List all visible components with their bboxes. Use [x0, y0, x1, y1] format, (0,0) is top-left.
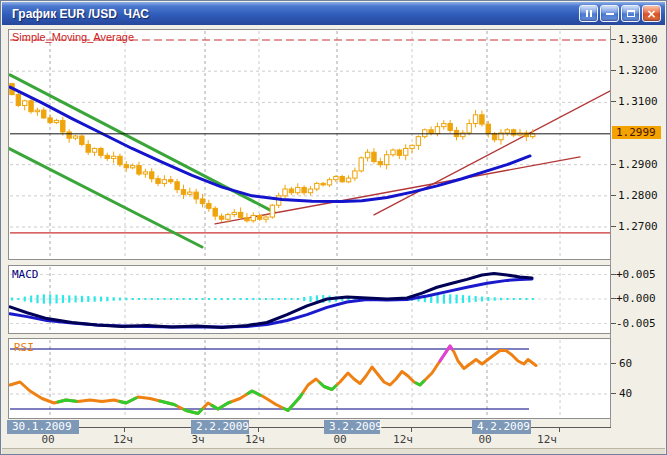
rsi-line-green-segment	[120, 398, 136, 403]
candle-body	[448, 124, 452, 131]
candle-body	[442, 124, 446, 127]
macd-indicator-label: MACD	[12, 268, 39, 281]
candle-body	[99, 148, 103, 155]
rsi-canvas	[9, 339, 610, 418]
price-axis-label: 1.3300	[618, 33, 658, 46]
candle-body	[207, 204, 211, 209]
candle-body	[80, 136, 84, 144]
time-label: 12ч	[537, 433, 557, 446]
time-axis-tick	[124, 427, 125, 432]
candle-body	[404, 148, 408, 155]
macd-histogram-bar	[113, 297, 115, 300]
current-price-badge: 1.2999	[612, 126, 661, 139]
candle-body	[308, 189, 312, 193]
macd-histogram-bar	[278, 298, 280, 300]
candle-body	[416, 137, 420, 146]
pause-button[interactable]	[579, 5, 598, 22]
macd-histogram-bar	[119, 298, 121, 301]
macd-canvas	[9, 266, 610, 333]
window-bottom-frame	[2, 448, 665, 455]
rsi-panel[interactable]	[8, 338, 611, 419]
price-axis-label: 1.2900	[618, 158, 658, 171]
candle-body	[327, 180, 331, 185]
macd-histogram-bar	[49, 294, 51, 303]
macd-histogram-bar	[36, 295, 38, 303]
candle-body	[289, 189, 293, 193]
macd-histogram-bar	[87, 296, 89, 302]
close-button[interactable]: ×	[642, 5, 661, 22]
candle-body	[67, 132, 71, 138]
candle-body	[29, 101, 33, 112]
candle-body	[486, 124, 490, 133]
macd-histogram-bar	[309, 296, 311, 302]
price-axis-tick	[611, 39, 616, 40]
rsi-line-green-segment	[248, 391, 260, 395]
chart-window: График EUR /USD ЧАС × Simple_Moving_Aver…	[0, 0, 667, 455]
price-axis-label: 1.3100	[618, 95, 658, 108]
candle-body	[435, 127, 439, 134]
macd-histogram-bar	[500, 298, 502, 300]
candle-body	[270, 205, 274, 217]
time-label: 00	[41, 433, 54, 446]
rsi-line-green-segment	[160, 401, 176, 406]
candle-body	[264, 217, 268, 219]
main-price-chart[interactable]	[8, 29, 611, 260]
candle-body	[238, 212, 242, 217]
macd-histogram-bar	[144, 298, 146, 300]
minimize-button[interactable]	[600, 5, 619, 22]
macd-histogram-bar	[163, 298, 165, 300]
candle-body	[365, 152, 369, 158]
macd-histogram-bar	[176, 298, 178, 300]
candle-body	[124, 165, 128, 168]
close-icon: ×	[646, 8, 656, 20]
macd-axis-label: -0.005	[616, 317, 656, 330]
macd-histogram-bar	[303, 297, 305, 301]
macd-histogram-bar	[81, 296, 83, 302]
macd-histogram-bar	[525, 298, 527, 300]
candle-body	[397, 150, 401, 155]
macd-histogram-bar	[208, 298, 210, 300]
macd-histogram-bar	[475, 296, 477, 302]
title-bar[interactable]: График EUR /USD ЧАС ×	[2, 2, 665, 25]
candle-body	[35, 110, 39, 112]
rsi-line-green-segment	[212, 402, 230, 409]
time-axis-tick	[559, 427, 560, 432]
macd-histogram-bar	[125, 298, 127, 300]
price-axis-label: 1.2800	[618, 189, 658, 202]
macd-histogram-bar	[43, 294, 45, 303]
time-label: 00	[478, 433, 491, 446]
macd-histogram-bar	[519, 298, 521, 300]
macd-histogram-bar	[252, 298, 254, 300]
candle-body	[169, 180, 173, 182]
macd-histogram-bar	[138, 298, 140, 300]
time-label: 3ч	[191, 433, 204, 446]
macd-histogram-bar	[214, 298, 216, 300]
macd-histogram-bar	[284, 298, 286, 300]
macd-histogram-bar	[468, 296, 470, 303]
time-axis-tick	[258, 427, 259, 432]
pause-icon	[586, 10, 592, 17]
macd-histogram-bar	[436, 295, 438, 304]
macd-histogram-bar	[532, 298, 534, 300]
candle-body	[48, 118, 52, 123]
price-axis-tick	[611, 101, 616, 102]
candle-body	[340, 177, 344, 182]
candle-body	[302, 187, 306, 192]
macd-histogram-bar	[246, 298, 248, 300]
candle-body	[175, 182, 179, 190]
candle-body	[162, 180, 166, 184]
rsi-line-green-segment	[284, 394, 302, 411]
maximize-button[interactable]	[621, 5, 640, 22]
macd-panel[interactable]	[8, 265, 611, 334]
macd-histogram-bar	[494, 297, 496, 300]
candle-body	[42, 110, 46, 118]
macd-histogram-bar	[106, 297, 108, 301]
candle-body	[232, 212, 236, 214]
candles-layer	[10, 83, 535, 223]
date-badge: 2.2.2009	[191, 420, 249, 434]
price-axis-label: 1.3200	[618, 64, 658, 77]
time-label: 12ч	[113, 433, 133, 446]
candle-body	[61, 120, 65, 132]
candle-body	[321, 183, 325, 185]
candle-body	[480, 115, 484, 124]
